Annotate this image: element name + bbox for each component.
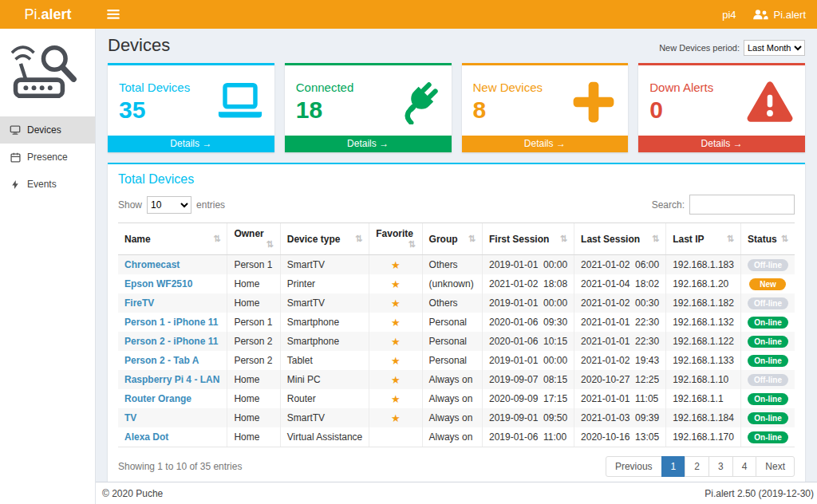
column-header-first-session[interactable]: First Session⇅ xyxy=(482,223,574,255)
card-body: Total Devices35 xyxy=(108,65,274,136)
device-row: Person 1 - iPhone 11Person 1Smartphone★P… xyxy=(118,313,795,332)
events-icon xyxy=(10,179,21,190)
device-name-link[interactable]: Alexa Dot xyxy=(124,431,168,443)
device-name-link[interactable]: Person 2 - Tab A xyxy=(124,355,199,366)
sidebar-item-events[interactable]: Events xyxy=(0,171,95,198)
last-ip-cell: 192.168.1.183 xyxy=(666,255,741,275)
column-header-last-session[interactable]: Last Session⇅ xyxy=(574,223,666,255)
pagination-2[interactable]: 2 xyxy=(685,456,709,477)
sidebar-item-presence[interactable]: Presence xyxy=(0,144,95,171)
favorite-cell: ★ xyxy=(369,255,422,275)
brand-logo[interactable]: Pi.alert xyxy=(0,0,96,29)
summary-card-total-devices: Total Devices35Details → xyxy=(108,63,274,152)
column-label: Last Session xyxy=(581,234,640,245)
device-type-cell: Printer xyxy=(280,274,369,293)
column-header-status[interactable]: Status⇅ xyxy=(740,223,795,255)
group-cell: Others xyxy=(422,255,482,275)
plug-icon xyxy=(396,80,440,124)
first-session-cell: 2019-01-01 00:00 xyxy=(482,351,574,370)
group-cell: Always on xyxy=(422,427,482,447)
last-session-cell: 2020-10-27 12:25 xyxy=(574,370,666,389)
device-row: ChromecastPerson 1SmartTV★Others2019-01-… xyxy=(118,255,795,275)
pagination-previous[interactable]: Previous xyxy=(606,456,662,477)
content: Devices New Devices period: Last Month T… xyxy=(96,29,817,482)
device-name-link[interactable]: Epson WF2510 xyxy=(124,278,192,289)
device-name-link[interactable]: Router Orange xyxy=(124,393,191,404)
status-cell: On-line xyxy=(740,313,795,332)
pialert-logo-icon xyxy=(0,29,95,116)
sort-icon: ⇅ xyxy=(560,234,567,244)
device-name-link[interactable]: Person 2 - iPhone 11 xyxy=(124,336,218,347)
device-name-link[interactable]: FireTV xyxy=(124,297,154,309)
status-cell: Off-line xyxy=(740,255,795,275)
favorite-cell: ★ xyxy=(369,408,422,427)
column-header-favorite[interactable]: Favorite⇅ xyxy=(369,223,422,255)
page-length-select[interactable]: 10 xyxy=(147,196,191,214)
device-type-cell: Smartphone xyxy=(280,332,369,351)
column-header-group[interactable]: Group⇅ xyxy=(422,223,482,255)
star-icon: ★ xyxy=(391,412,401,424)
card-title: Down Alerts xyxy=(649,81,713,94)
last-session-cell: 2021-01-02 19:43 xyxy=(574,351,666,370)
sidebar-toggle-button[interactable] xyxy=(96,0,131,29)
hostname-label: pi4 xyxy=(722,9,736,21)
devices-icon xyxy=(10,125,21,135)
table-summary: Showing 1 to 10 of 35 entries xyxy=(118,461,242,472)
card-details-button[interactable]: Details → xyxy=(285,136,452,152)
account-menu[interactable]: Pi.alert xyxy=(752,9,806,21)
owner-cell: Person 1 xyxy=(227,313,280,332)
status-badge: Off-line xyxy=(748,259,788,271)
plus-icon xyxy=(570,79,617,125)
period-select[interactable]: Last Month xyxy=(744,40,805,56)
status-badge: On-line xyxy=(748,393,787,405)
device-name-link[interactable]: Raspberry Pi 4 - LAN xyxy=(124,374,219,385)
show-label: Show xyxy=(118,199,142,211)
period-label: New Devices period: xyxy=(659,43,740,53)
star-icon: ★ xyxy=(391,317,401,329)
status-badge: New xyxy=(749,278,786,290)
device-type-cell: SmartTV xyxy=(280,255,369,275)
device-name-link[interactable]: Chromecast xyxy=(124,259,180,270)
device-type-cell: Virtual Assistance xyxy=(280,427,369,447)
device-type-cell: Mini PC xyxy=(280,370,369,389)
owner-cell: Person 2 xyxy=(227,332,280,351)
status-cell: On-line xyxy=(740,332,795,351)
card-value: 35 xyxy=(119,96,190,124)
pagination-next[interactable]: Next xyxy=(756,456,795,477)
device-row: Alexa DotHomeVirtual AssistanceAlways on… xyxy=(118,427,795,447)
device-name-link[interactable]: TV xyxy=(124,412,136,423)
devices-table: Name⇅Owner⇅Device type⇅Favorite⇅Group⇅Fi… xyxy=(118,222,795,447)
owner-cell: Home xyxy=(227,293,280,313)
column-header-last-ip[interactable]: Last IP⇅ xyxy=(666,223,741,255)
search-input[interactable] xyxy=(689,195,795,215)
page-title: Devices xyxy=(108,35,170,56)
presence-icon xyxy=(10,152,21,163)
last-ip-cell: 192.168.1.10 xyxy=(666,370,741,389)
first-session-cell: 2019-09-01 09:50 xyxy=(482,408,574,427)
device-name-link[interactable]: Person 1 - iPhone 11 xyxy=(124,317,218,328)
summary-card-new-devices: New Devices8Details → xyxy=(462,63,629,152)
card-details-button[interactable]: Details → xyxy=(638,136,805,152)
pagination-1[interactable]: 1 xyxy=(661,456,686,477)
table-header-row: Name⇅Owner⇅Device type⇅Favorite⇅Group⇅Fi… xyxy=(118,223,795,255)
column-header-owner[interactable]: Owner⇅ xyxy=(227,223,280,255)
column-label: Device type xyxy=(287,234,341,245)
arrow-circle-icon: → xyxy=(733,138,743,149)
column-label: Owner xyxy=(234,228,263,239)
last-session-cell: 2021-01-02 00:30 xyxy=(574,293,666,313)
entries-label: entries xyxy=(196,199,225,211)
card-details-button[interactable]: Details → xyxy=(462,136,629,152)
favorite-cell: ★ xyxy=(369,351,422,370)
card-body: Down Alerts0 xyxy=(638,65,805,136)
devices-panel: Total Devices Show 10 entries Search: xyxy=(108,163,805,482)
sidebar-item-devices[interactable]: Devices xyxy=(0,116,95,144)
pagination-3[interactable]: 3 xyxy=(708,456,733,477)
device-row: Raspberry Pi 4 - LANHomeMini PC★Always o… xyxy=(118,370,795,389)
column-header-device-type[interactable]: Device type⇅ xyxy=(280,223,369,255)
column-header-name[interactable]: Name⇅ xyxy=(118,223,227,255)
owner-cell: Person 2 xyxy=(227,351,280,370)
group-cell: Others xyxy=(422,293,482,313)
pagination-4[interactable]: 4 xyxy=(732,456,757,477)
status-cell: New xyxy=(740,274,795,293)
card-details-button[interactable]: Details → xyxy=(108,136,274,152)
